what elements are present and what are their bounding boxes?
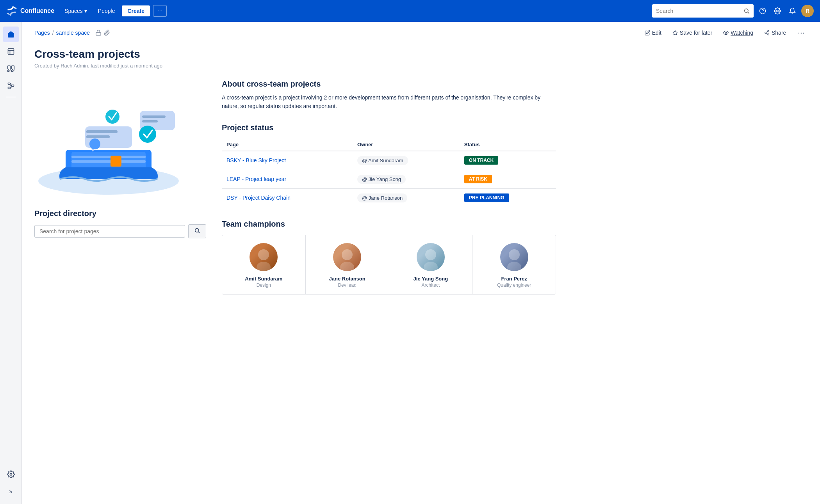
more-button[interactable]: ··· [153,5,167,17]
sidebar-item-tree[interactable] [3,78,19,94]
sidebar-item-recent[interactable] [3,44,19,59]
svg-rect-30 [71,160,146,163]
avatar [500,243,528,271]
team-champions-title: Team champions [222,220,556,229]
breadcrumb-pages[interactable]: Pages [34,30,50,36]
sidebar-bottom: » [3,467,19,499]
team-member-role: Architect [422,282,440,288]
lock-icon [95,30,102,36]
team-member-name: Jane Rotanson [329,276,365,282]
sidebar-item-quotes[interactable] [3,61,19,76]
project-link[interactable]: LEAP - Project leap year [226,176,286,182]
star-icon [672,30,678,35]
svg-point-51 [509,249,520,260]
edit-button[interactable]: Edit [642,28,664,37]
svg-point-46 [257,262,271,271]
search-icon-directory [194,227,200,234]
svg-point-48 [340,262,354,271]
share-icon [764,30,770,35]
team-member-name: Jie Yang Song [414,276,448,282]
more-actions-button[interactable]: ··· [795,27,808,39]
col-status: Status [460,138,556,151]
share-button[interactable]: Share [762,28,788,37]
hero-illustration [34,80,183,197]
project-search-input[interactable] [34,225,185,238]
page-toolbar: Pages / sample space Edit Save for later… [22,22,820,39]
project-link[interactable]: DSY - Project Daisy Chain [226,195,291,201]
sidebar-item-home[interactable] [3,27,19,42]
left-column: Project directory [34,80,206,295]
svg-point-21 [768,30,769,32]
right-column: About cross-team projects A cross-team p… [222,80,556,295]
svg-line-1 [748,12,749,13]
svg-point-39 [139,126,156,143]
project-link[interactable]: BSKY - Blue Sky Project [226,157,286,163]
breadcrumb-icons [95,30,110,36]
svg-point-23 [768,34,769,35]
people-nav[interactable]: People [94,5,119,16]
sidebar-item-collapse[interactable]: » [3,484,19,499]
table-row: LEAP - Project leap year@ Jie Yang SongA… [222,170,556,188]
table-header: Page Owner Status [222,138,556,151]
svg-rect-37 [142,120,158,122]
svg-marker-19 [673,30,677,35]
svg-rect-41 [111,156,121,167]
about-section: About cross-team projects A cross-team p… [222,80,556,111]
svg-rect-9 [8,87,10,89]
logo-text: Confluence [20,7,54,14]
svg-point-20 [725,32,727,34]
breadcrumb-space[interactable]: sample space [56,30,90,36]
owner-tag: @ Jane Rotanson [357,193,407,202]
team-card[interactable]: Jane RotansonDev lead [306,235,389,294]
save-later-button[interactable]: Save for later [670,28,715,37]
spaces-menu[interactable]: Spaces ▾ [61,5,91,16]
team-card[interactable]: Fran PerezQuality engineer [472,235,556,294]
project-directory-title: Project directory [34,209,206,218]
svg-point-45 [258,249,269,260]
svg-line-24 [766,33,768,34]
svg-point-22 [765,32,767,34]
page-actions: Edit Save for later Watching Share ··· [642,27,808,39]
two-column-layout: Project directory About cross-team proje… [34,80,556,295]
svg-point-49 [425,249,436,260]
team-member-name: Amit Sundaram [245,276,282,282]
team-card[interactable]: Jie Yang SongArchitect [389,235,473,294]
user-avatar[interactable]: R [801,5,814,17]
owner-tag: @ Amit Sundaram [357,156,408,165]
svg-rect-5 [8,49,14,55]
watching-button[interactable]: Watching [721,28,756,37]
help-button[interactable] [757,5,768,17]
svg-rect-10 [11,85,14,87]
avatar [333,243,361,271]
svg-point-17 [10,474,12,476]
svg-point-4 [777,10,779,12]
search-icon [743,8,750,14]
project-search-button[interactable] [188,224,206,238]
team-card[interactable]: Amit SundaramDesign [222,235,306,294]
col-page: Page [222,138,353,151]
create-button[interactable]: Create [122,5,150,16]
confluence-logo[interactable]: Confluence [6,5,54,16]
avatar [250,243,278,271]
svg-point-42 [89,138,100,149]
svg-point-0 [745,9,748,12]
avatar [417,243,445,271]
settings-button[interactable] [772,5,783,17]
svg-line-44 [198,232,200,233]
svg-rect-33 [86,135,110,138]
svg-point-50 [424,262,438,271]
page-body: Cross-team projects Created by Rach Admi… [22,39,569,310]
search-input[interactable] [656,8,743,14]
attachment-icon [104,30,110,36]
svg-rect-36 [142,115,166,118]
svg-rect-8 [8,83,10,85]
status-badge: AT RISK [464,175,492,183]
team-member-role: Design [257,282,271,288]
col-owner: Owner [353,138,460,151]
notifications-button[interactable] [786,5,798,17]
svg-rect-29 [71,156,146,158]
team-grid: Amit SundaramDesignJane RotansonDev lead… [222,235,556,295]
owner-tag: @ Jie Yang Song [357,175,406,184]
team-member-name: Fran Perez [501,276,527,282]
sidebar-item-settings[interactable] [3,467,19,482]
